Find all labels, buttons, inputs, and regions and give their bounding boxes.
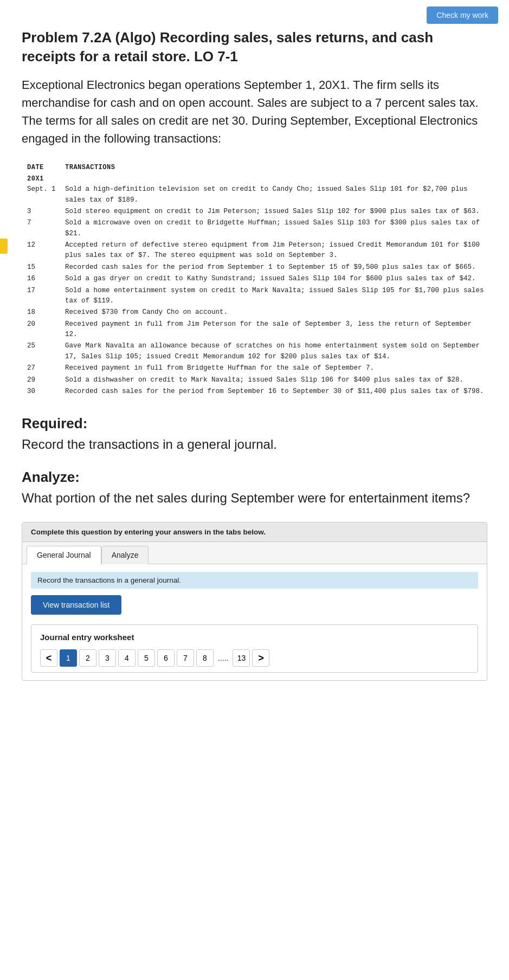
side-marker [0, 238, 8, 254]
table-row: 30 Recorded cash sales for the period fr… [27, 386, 487, 398]
trans-date: 29 [27, 375, 65, 386]
table-row: 29 Sold a dishwasher on credit to Mark N… [27, 375, 487, 386]
trans-date: 18 [27, 307, 65, 319]
trans-text: Sold a dishwasher on credit to Mark Nava… [65, 375, 487, 386]
top-bar: Check my work [0, 0, 509, 28]
trans-text: Received payment in full from Jim Peters… [65, 319, 487, 341]
tabs-container: Complete this question by entering your … [22, 522, 487, 681]
tab-general-journal[interactable]: General Journal [27, 546, 101, 564]
trans-date: 25 [27, 341, 65, 363]
page-button-4[interactable]: 4 [118, 649, 136, 667]
trans-text: Recorded cash sales for the period from … [65, 262, 487, 274]
problem-title: Problem 7.2A (Algo) Recording sales, sal… [22, 28, 487, 66]
pagination: <12345678.....13> [40, 649, 469, 672]
record-text: Record the transactions in a general jou… [31, 572, 478, 589]
trans-text: Received payment in full from Bridgette … [65, 363, 487, 375]
trans-date: 20 [27, 319, 65, 341]
tab-analyze[interactable]: Analyze [101, 546, 149, 564]
page-button-2[interactable]: 2 [79, 649, 96, 667]
trans-text: Sold a microwave oven on credit to Bridg… [65, 218, 487, 240]
table-row: 27 Received payment in full from Bridget… [27, 363, 487, 375]
trans-date: 7 [27, 218, 65, 240]
trans-text: Received $730 from Candy Cho on account. [65, 307, 487, 319]
trans-date: 3 [27, 207, 65, 218]
main-content: Problem 7.2A (Algo) Recording sales, sal… [0, 28, 509, 681]
check-my-work-button[interactable]: Check my work [427, 7, 498, 24]
tabs-nav: General Journal Analyze [22, 542, 487, 564]
prev-page-button[interactable]: < [40, 649, 57, 667]
tabs-body: Record the transactions in a general jou… [22, 564, 487, 680]
page-button-1[interactable]: 1 [60, 649, 77, 667]
page-button-6[interactable]: 6 [157, 649, 175, 667]
view-transaction-list-button[interactable]: View transaction list [31, 595, 121, 615]
transactions-section: DATE TRANSACTIONS 20X1 Sept. 1 Sold a hi… [22, 163, 487, 398]
table-row: 15 Recorded cash sales for the period fr… [27, 262, 487, 274]
trans-date: 27 [27, 363, 65, 375]
trans-date: 12 [27, 240, 65, 262]
next-page-button[interactable]: > [252, 649, 269, 667]
table-row: 16 Sold a gas dryer on credit to Kathy S… [27, 274, 487, 285]
problem-description: Exceptional Electronics began operations… [22, 76, 487, 147]
table-row: 7 Sold a microwave oven on credit to Bri… [27, 218, 487, 240]
trans-date: 15 [27, 262, 65, 274]
trans-date: 16 [27, 274, 65, 285]
required-heading: Required: [22, 415, 487, 432]
table-row: 3 Sold stereo equipment on credit to Jim… [27, 207, 487, 218]
analyze-body: What portion of the net sales during Sep… [22, 489, 487, 507]
trans-text: Sold stereo equipment on credit to Jim P… [65, 207, 487, 218]
year-row: 20X1 [27, 174, 487, 184]
trans-text: Accepted return of defective stereo equi… [65, 240, 487, 262]
trans-date: 30 [27, 386, 65, 398]
journal-entry-title: Journal entry worksheet [40, 633, 469, 642]
year-label: 20X1 [27, 174, 65, 184]
required-body: Record the transactions in a general jou… [22, 435, 487, 454]
page-button-7[interactable]: 7 [177, 649, 194, 667]
trans-header: TRANSACTIONS [65, 163, 115, 173]
page-button-3[interactable]: 3 [99, 649, 116, 667]
tabs-instruction-bar: Complete this question by entering your … [22, 523, 487, 542]
page-button-8[interactable]: 8 [196, 649, 214, 667]
trans-text: Recorded cash sales for the period from … [65, 386, 487, 398]
page-ellipsis: ..... [216, 654, 230, 662]
journal-entry-section: Journal entry worksheet <12345678.....13… [31, 624, 478, 673]
transactions-header: DATE TRANSACTIONS [27, 163, 487, 173]
trans-text: Sold a gas dryer on credit to Kathy Sund… [65, 274, 487, 285]
page-button-5[interactable]: 5 [138, 649, 155, 667]
page-button-13[interactable]: 13 [233, 649, 250, 667]
date-header: DATE [27, 163, 65, 173]
trans-text: Sold a high-definition television set on… [65, 184, 487, 207]
transactions-rows: Sept. 1 Sold a high-definition televisio… [27, 184, 487, 398]
trans-date: Sept. 1 [27, 184, 65, 207]
trans-date: 17 [27, 286, 65, 308]
table-row: 25 Gave Mark Navalta an allowance becaus… [27, 341, 487, 363]
trans-text: Gave Mark Navalta an allowance because o… [65, 341, 487, 363]
table-row: 20 Received payment in full from Jim Pet… [27, 319, 487, 341]
table-row: 12 Accepted return of defective stereo e… [27, 240, 487, 262]
analyze-heading: Analyze: [22, 469, 487, 486]
table-row: 18 Received $730 from Candy Cho on accou… [27, 307, 487, 319]
table-row: Sept. 1 Sold a high-definition televisio… [27, 184, 487, 207]
trans-text: Sold a home entertainment system on cred… [65, 286, 487, 308]
table-row: 17 Sold a home entertainment system on c… [27, 286, 487, 308]
